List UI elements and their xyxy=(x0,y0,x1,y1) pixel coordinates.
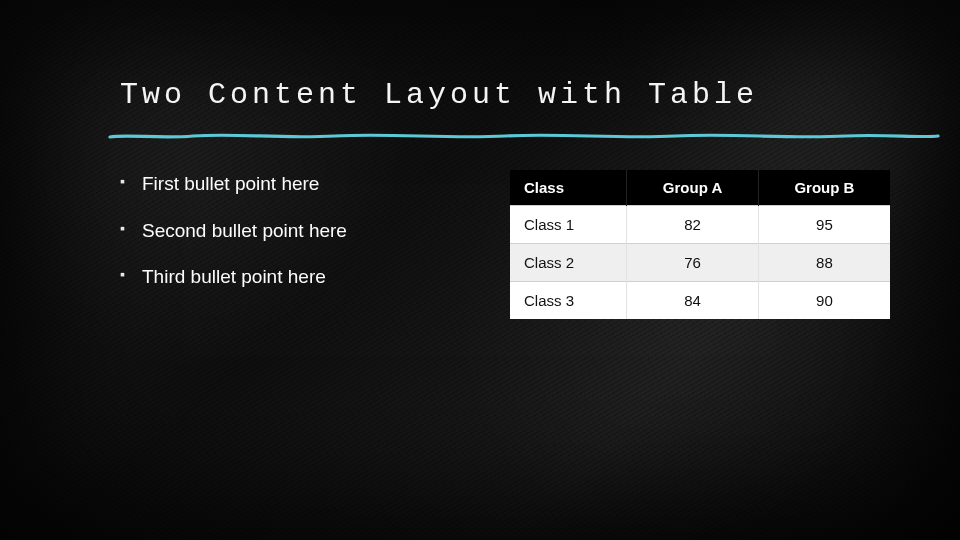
table-row: Class 1 82 95 xyxy=(510,206,890,244)
bullet-text: Third bullet point here xyxy=(142,266,326,287)
list-item: Second bullet point here xyxy=(120,219,470,244)
table-cell: 82 xyxy=(627,206,759,244)
table-cell: 95 xyxy=(758,206,890,244)
table-row: Class 3 84 90 xyxy=(510,282,890,320)
table-cell: Class 2 xyxy=(510,244,627,282)
table-header-cell: Group B xyxy=(758,170,890,206)
table-cell: 90 xyxy=(758,282,890,320)
table-header-cell: Class xyxy=(510,170,627,206)
list-item: Third bullet point here xyxy=(120,265,470,290)
list-item: First bullet point here xyxy=(120,172,470,197)
table-header-row: Class Group A Group B xyxy=(510,170,890,206)
title-underline xyxy=(108,130,940,136)
table-cell: Class 1 xyxy=(510,206,627,244)
data-table-container: Class Group A Group B Class 1 82 95 Clas… xyxy=(510,170,890,319)
table-cell: 84 xyxy=(627,282,759,320)
bullet-text: Second bullet point here xyxy=(142,220,347,241)
table-cell: 88 xyxy=(758,244,890,282)
table-cell: 76 xyxy=(627,244,759,282)
table-cell: Class 3 xyxy=(510,282,627,320)
slide-title: Two Content Layout with Table xyxy=(120,78,900,112)
data-table: Class Group A Group B Class 1 82 95 Clas… xyxy=(510,170,890,319)
table-header-cell: Group A xyxy=(627,170,759,206)
bullet-list: First bullet point here Second bullet po… xyxy=(120,170,470,312)
slide: Two Content Layout with Table First bull… xyxy=(0,0,960,540)
content-row: First bullet point here Second bullet po… xyxy=(120,170,900,319)
table-row: Class 2 76 88 xyxy=(510,244,890,282)
bullet-text: First bullet point here xyxy=(142,173,319,194)
